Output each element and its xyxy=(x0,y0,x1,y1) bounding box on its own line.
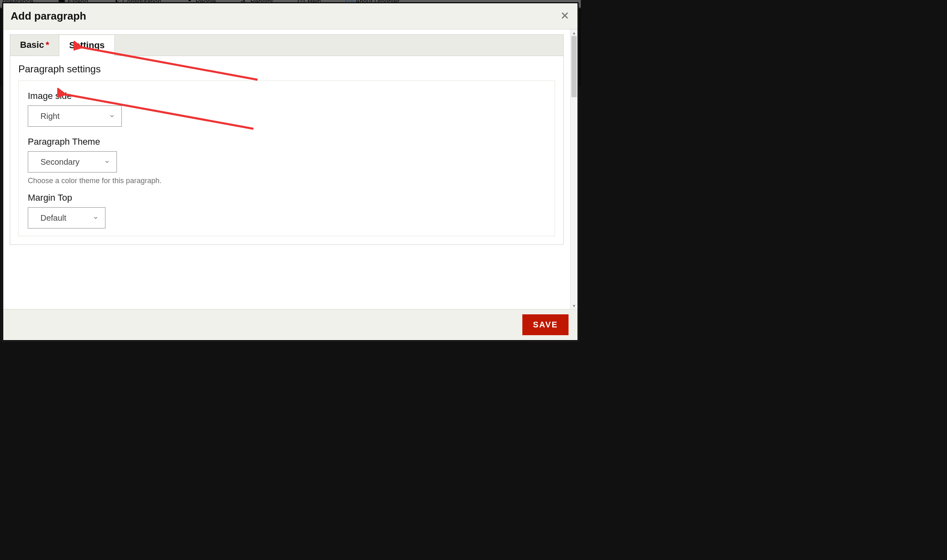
help-paragraph-theme: Choose a color theme for this paragraph. xyxy=(28,177,546,185)
chevron-down-icon xyxy=(93,213,99,223)
scrollbar-thumb[interactable] xyxy=(571,36,577,97)
modal-footer: SAVE xyxy=(3,309,578,340)
scroll-down-icon[interactable]: ▼ xyxy=(571,302,578,309)
label-paragraph-theme: Paragraph Theme xyxy=(28,137,546,147)
scrollbar-vertical[interactable]: ▲ ▼ xyxy=(570,29,578,309)
tab-label: Basic xyxy=(20,40,44,50)
tab-settings-body: Paragraph settings Image side Right Para… xyxy=(10,56,563,244)
chevron-down-icon xyxy=(104,157,110,167)
svg-point-1 xyxy=(188,0,191,1)
label-image-side: Image side xyxy=(28,91,546,101)
svg-rect-9 xyxy=(349,0,350,0)
label-margin-top: Margin Top xyxy=(28,193,546,203)
chevron-down-icon xyxy=(109,112,115,121)
scroll-up-icon[interactable]: ▲ xyxy=(571,29,578,36)
tab-basic[interactable]: Basic* xyxy=(10,35,59,56)
select-paragraph-theme[interactable]: Secondary xyxy=(28,151,117,172)
modal-add-paragraph: Add paragraph Basic* Settings Paragraph … xyxy=(2,2,578,341)
select-value: Right xyxy=(40,112,60,121)
tab-settings[interactable]: Settings xyxy=(59,35,115,56)
select-value: Secondary xyxy=(40,157,80,167)
save-button[interactable]: SAVE xyxy=(522,314,569,335)
required-asterisk: * xyxy=(46,40,49,50)
tab-label: Settings xyxy=(69,40,105,50)
section-heading-paragraph-settings: Paragraph settings xyxy=(18,63,555,75)
tab-strip: Basic* Settings xyxy=(10,35,563,56)
modal-body: Basic* Settings Paragraph settings Image… xyxy=(3,29,570,309)
modal-title: Add paragraph xyxy=(11,10,86,22)
tab-panel: Basic* Settings Paragraph settings Image… xyxy=(10,34,564,245)
select-value: Default xyxy=(40,213,66,223)
modal-header: Add paragraph xyxy=(3,3,578,29)
modal-close-button[interactable] xyxy=(560,10,570,22)
select-margin-top[interactable]: Default xyxy=(28,207,105,228)
close-icon xyxy=(561,12,569,19)
select-image-side[interactable]: Right xyxy=(28,105,122,127)
fieldset-paragraph-settings: Image side Right Paragraph Theme Seconda… xyxy=(18,81,555,236)
